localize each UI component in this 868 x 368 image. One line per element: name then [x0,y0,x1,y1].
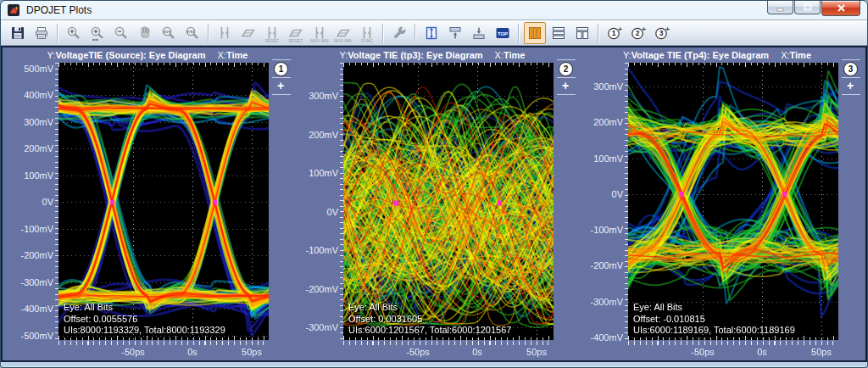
divider [842,94,860,95]
y-tick-label: 100mV [24,170,53,181]
plot-title-1: Y:VoltageTIE (Source): Eye DiagramX:Time [16,50,279,60]
divider [557,77,576,78]
eye-diagram-canvas-1 [58,63,269,340]
fit-vertical-button[interactable] [420,22,442,44]
x-axis-prefix: X: [217,50,225,60]
zoom-out-icon [113,25,130,42]
x-tick-label: 50ps [811,347,832,357]
y-tick-label: -300mV [305,322,338,332]
minimize-button[interactable] [767,1,793,14]
y-tick-label: -500mV [20,331,53,341]
pan-icon [136,25,153,42]
plot-controls-2: 2 + [557,59,576,110]
title-bar[interactable]: DPOJET Plots [1,1,867,20]
vertical-cursors-reset-caption: RESET [262,39,282,43]
maximize-button[interactable] [794,1,821,14]
add-plot-1-button[interactable]: 1+ [604,22,626,44]
horizontal-cursors-reset-caption: RESET [286,39,306,43]
pan-button[interactable] [134,22,156,44]
zoom-in-icon [65,25,82,42]
horizontal-cursors-icon [240,25,257,42]
expand-plot-button-2[interactable]: + [559,79,572,92]
align-top-button[interactable] [444,22,466,44]
x-axis-title: Time [226,50,248,60]
y-tick-label: -100mV [20,224,53,234]
plot-overlay-1: Eye: All Bits Offset: 0.0055576 UIs:8000… [64,302,225,337]
x-axis-title: Time [504,50,525,60]
cursors-sync-button[interactable]: SYNC [356,22,378,44]
horizontal-cursors-max-min-button[interactable]: MAX MIN [332,22,354,44]
eye-diagram-canvas-3 [628,63,838,340]
offset-label: Offset: 0.0031605 [348,314,511,326]
x-axis-labels-2: -50ps 0s 50ps [343,347,554,359]
vertical-cursors-reset-button[interactable]: RESET [261,22,283,44]
svg-text:2: 2 [636,29,640,37]
plot-number-badge-3[interactable]: 3 [843,62,858,76]
save-icon [9,25,26,42]
horizontal-cursors-reset-button[interactable]: RESET [285,22,307,44]
zoom-sync-icon: SYNC [184,25,201,42]
y-axis-prefix: Y: [47,50,56,60]
close-icon [837,3,846,13]
layout-grid-icon [574,25,591,42]
plot-title-3: Y:Voltage TIE (Tp4): Eye DiagramX:Time [586,50,849,60]
eye-source-label: Eye: All Bits [633,302,795,314]
toolbar-separator [382,24,384,42]
svg-text:SYNC: SYNC [186,30,196,33]
y-tick-label: 100mV [309,168,338,178]
y-axis-prefix: Y: [339,50,348,60]
app-icon [8,4,20,17]
svg-text:+: + [665,25,670,32]
plots-area: Y:VoltageTIE (Source): Eye DiagramX:Time… [1,46,867,362]
x-axis-labels-3: -50ps 0s 50ps [628,347,838,359]
expand-plot-button-1[interactable]: + [274,79,287,92]
layout-columns-button[interactable] [524,22,546,44]
dpojet-plots-window: DPOJET Plots 100%SYNCRESETRESETMAX MINMA… [0,0,868,368]
x-axis-ticks-1 [58,341,269,345]
toolbar: 100%SYNCRESETRESETMAX MINMAX MINSYNCTOP1… [1,20,867,46]
print-button[interactable] [31,22,53,44]
offset-label: Offset: -0.010815 [633,314,795,326]
zoom-100-icon: 100% [160,25,177,42]
zoom-sync-button[interactable]: SYNC [181,22,203,44]
zoom-out-button[interactable] [110,22,132,44]
y-axis-labels-2: 300mV200mV100mV0V-100mV-200mV-300mV [311,63,339,340]
horizontal-cursors-max-min-caption: MAX MIN [333,39,353,43]
offset-label: Offset: 0.0055576 [64,314,225,326]
y-tick-label: -300mV [20,277,53,287]
vertical-cursors-max-min-button[interactable]: MAX MIN [309,22,331,44]
add-plot-3-icon: 3+ [654,25,670,42]
plot-number-badge-1[interactable]: 1 [274,62,288,76]
x-tick-label: 0s [757,347,767,357]
y-tick-label: -200mV [305,284,338,294]
zoom-100-button[interactable]: 100% [158,22,180,44]
y-tick-label: -100mV [590,225,623,235]
expand-plot-button-3[interactable]: + [843,79,857,92]
y-tick-label: -300mV [590,297,623,307]
y-tick-label: -400mV [590,332,623,343]
x-tick-label: 0s [472,347,482,357]
y-tick-label: 100mV [593,153,623,164]
y-tick-label: -100mV [305,245,338,255]
vertical-cursors-button[interactable] [214,22,236,44]
zoom-in-button[interactable] [63,22,85,44]
zoom-horizontal-button[interactable] [86,22,108,44]
plot-config-wrench-button[interactable] [388,22,410,44]
layout-grid-button[interactable] [571,22,593,44]
x-axis-labels-1: -50ps 0s 50ps [58,347,269,359]
plot-overlay-2: Eye: All Bits Offset: 0.0031605 UIs:6000… [348,302,511,337]
uis-total-label: UIs:8000:1193329, Total:8000:1193329 [64,325,225,337]
horizontal-cursors-button[interactable] [237,22,259,44]
y-axis-labels-1: 500mV400mV300mV200mV100mV0V-100mV-200mV-… [26,63,54,340]
add-plot-3-button[interactable]: 3+ [651,22,673,44]
align-bottom-button[interactable] [468,22,490,44]
add-plot-2-button[interactable]: 2+ [627,22,649,44]
save-button[interactable] [7,22,29,44]
x-tick-label: -50ps [691,347,715,357]
layout-rows-button[interactable] [548,22,570,44]
plot-number-badge-2[interactable]: 2 [559,62,573,76]
maximize-icon [803,3,813,12]
close-button[interactable] [821,1,860,16]
send-to-top-button[interactable]: TOP [492,22,514,44]
print-icon [33,25,50,42]
